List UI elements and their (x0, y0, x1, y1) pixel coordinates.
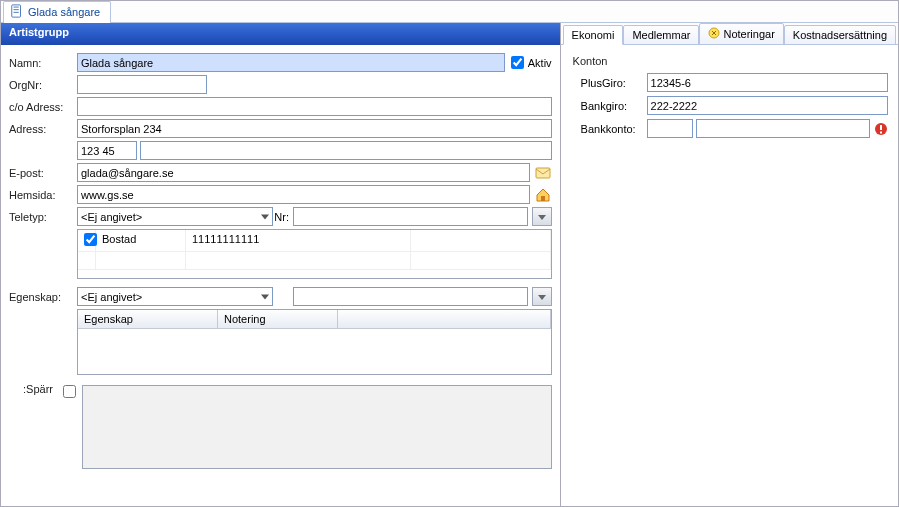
egenskap-grid: Egenskap Notering (77, 309, 552, 375)
bankkonto-clearing-input[interactable] (647, 119, 693, 138)
teletyp-select[interactable] (77, 207, 273, 226)
nr-input[interactable] (293, 207, 528, 226)
nr-label: Nr: (273, 211, 293, 223)
aktiv-checkbox-wrap[interactable]: Aktiv (511, 56, 552, 69)
phone-row-type: Bostad (96, 230, 186, 251)
hemsida-label: Hemsida: (9, 189, 77, 201)
bankkonto-account-input[interactable] (696, 119, 870, 138)
ort-input[interactable] (140, 141, 552, 160)
epost-input[interactable] (77, 163, 530, 182)
tab-medlemmar-label: Medlemmar (632, 29, 690, 41)
bankgiro-input[interactable] (647, 96, 888, 115)
add-phone-button[interactable] (532, 207, 552, 226)
svg-rect-1 (14, 7, 19, 8)
orgnr-input[interactable] (77, 75, 207, 94)
phone-grid: Bostad 11111111111 (77, 229, 552, 279)
egenskap-select[interactable] (77, 287, 273, 306)
warning-icon (874, 122, 888, 136)
epost-label: E-post: (9, 167, 77, 179)
egenskap-grid-header-notering: Notering (218, 310, 338, 328)
tab-kostnad-label: Kostnadsersättning (793, 29, 887, 41)
phone-row-extra (411, 230, 551, 251)
co-adress-input[interactable] (77, 97, 552, 116)
bankkonto-label: Bankkonto: (581, 123, 647, 135)
adress-input[interactable] (77, 119, 552, 138)
phone-row-number: 11111111111 (186, 230, 411, 251)
aktiv-checkbox[interactable] (511, 56, 524, 69)
section-title: Artistgrupp (9, 26, 69, 38)
tab-ekonomi[interactable]: Ekonomi (563, 25, 624, 45)
postnr-input[interactable] (77, 141, 137, 160)
aktiv-label: Aktiv (528, 57, 552, 69)
egenskap-grid-header-blank (338, 310, 551, 328)
hemsida-input[interactable] (77, 185, 530, 204)
mail-icon[interactable] (534, 164, 552, 182)
sparr-textarea[interactable] (82, 385, 552, 469)
egenskap-grid-header-egenskap: Egenskap (78, 310, 218, 328)
tab-noteringar[interactable]: Noteringar (699, 23, 783, 45)
tab-medlemmar[interactable]: Medlemmar (623, 25, 699, 45)
svg-rect-5 (541, 196, 545, 201)
add-egenskap-button[interactable] (532, 287, 552, 306)
note-icon (708, 27, 720, 41)
phone-grid-row[interactable]: Bostad 11111111111 (78, 230, 551, 252)
document-icon (10, 4, 24, 20)
svg-rect-2 (14, 9, 19, 10)
sparr-checkbox[interactable] (63, 385, 76, 398)
plusgiro-input[interactable] (647, 73, 888, 92)
teletyp-label: Teletyp: (9, 211, 77, 223)
bankgiro-label: Bankgiro: (581, 100, 647, 112)
window-tabstrip: Glada sångare (1, 1, 898, 23)
svg-rect-3 (14, 12, 19, 13)
sparr-label: :Spärr (9, 383, 57, 395)
svg-rect-9 (880, 131, 882, 133)
namn-input[interactable] (77, 53, 505, 72)
egenskap-label: Egenskap: (9, 291, 77, 303)
window-tab-glada[interactable]: Glada sångare (3, 1, 111, 23)
tab-noteringar-label: Noteringar (723, 28, 774, 40)
phone-grid-row-empty (78, 252, 551, 270)
svg-rect-8 (880, 125, 882, 130)
plusgiro-label: PlusGiro: (581, 77, 647, 89)
adress-label: Adress: (9, 123, 77, 135)
egenskap-grid-body (78, 329, 551, 365)
co-adress-label: c/o Adress: (9, 101, 77, 113)
svg-rect-4 (536, 168, 550, 178)
konton-legend: Konton (571, 55, 888, 67)
home-icon[interactable] (534, 186, 552, 204)
tab-ekonomi-label: Ekonomi (572, 29, 615, 41)
right-tabstrip: Ekonomi Medlemmar Noteringar Kostnadsers… (561, 23, 898, 45)
orgnr-label: OrgNr: (9, 79, 77, 91)
tab-kostnadsersattning[interactable]: Kostnadsersättning (784, 25, 896, 45)
section-header: Artistgrupp (1, 23, 560, 45)
egenskap-text-input[interactable] (293, 287, 528, 306)
window-tab-label: Glada sångare (28, 6, 100, 18)
namn-label: Namn: (9, 57, 77, 69)
